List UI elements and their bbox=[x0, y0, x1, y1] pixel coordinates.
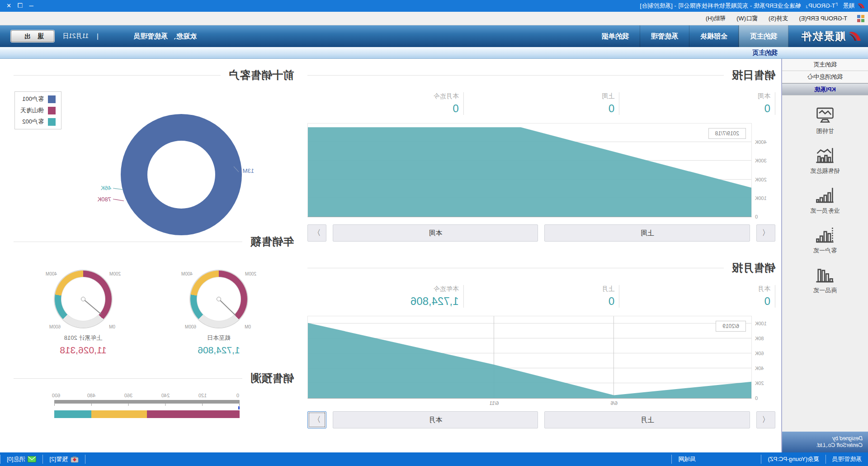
forecast-title: 销售预测 bbox=[14, 371, 294, 385]
close-button[interactable]: ✕ bbox=[6, 2, 11, 10]
customer-list-icon bbox=[815, 227, 835, 243]
annual-gauges: 0M 200M 400M 600M 截至本日 1,724,806 0M 200M… bbox=[14, 249, 294, 357]
y-axis-tick: 400K bbox=[755, 139, 775, 145]
status-user: 系统管理员 bbox=[826, 455, 868, 464]
shortcut-product-list[interactable]: 商品一览 bbox=[813, 266, 837, 295]
app-logo-icon bbox=[857, 2, 865, 10]
shortcut-customer-list[interactable]: 客户一览 bbox=[813, 227, 837, 255]
designed-by-banner: Designed by CenterSoft Co.,Ltd. bbox=[782, 432, 868, 452]
legend-item-foshan-haitian[interactable]: 佛山海天 bbox=[20, 106, 56, 114]
brand-swoosh-icon bbox=[848, 30, 862, 42]
this-month-button[interactable]: 本月 bbox=[333, 411, 538, 428]
top-customers-chart[interactable]: 客户001 佛山海天 客户002 1 bbox=[14, 82, 294, 232]
message-envelope-icon bbox=[28, 456, 36, 462]
chart-date-label: 2019/7/18 bbox=[708, 128, 746, 139]
menu-item-erp[interactable]: T-GROUP ERP(E) bbox=[793, 13, 853, 24]
y-axis-tick: 80K bbox=[755, 336, 775, 341]
sidebar-item-my-home[interactable]: 我的主页 bbox=[782, 59, 868, 71]
legend-item-customer001[interactable]: 客户001 bbox=[20, 95, 56, 103]
y-axis-tick: 40K bbox=[755, 366, 775, 371]
monthly-stats: 本月 0 上月 0 本年迄今 1,724,806 bbox=[307, 285, 775, 308]
maximize-button[interactable]: ❐ bbox=[18, 2, 23, 10]
status-messages[interactable]: 消息[0] bbox=[0, 455, 42, 464]
pie-legend: 客户001 佛山海天 客户002 bbox=[14, 91, 61, 129]
last-week-button[interactable]: 上周 bbox=[545, 224, 750, 242]
monthly-sales-area-chart[interactable]: 6/2019 020K40K60K80K100K bbox=[307, 316, 752, 399]
forecast-track bbox=[54, 400, 240, 404]
sidebar: 我的主页 我的消息中心 KPI系统 甘特图 bbox=[781, 59, 868, 452]
forecast-ticks: 0 120 240 360 480 600 bbox=[54, 393, 240, 400]
sales-reports-column: 销售日报 本周 0 上周 0 本月迄今 0 2019/7/18 bbox=[307, 68, 775, 428]
y-axis-tick: 200K bbox=[755, 177, 775, 182]
title-bar: 顺景 『T-GROUP』 畅速企业ERP系统 - 东莞顺景软件科技有限公司 - … bbox=[0, 0, 868, 12]
breadcrumb[interactable]: 我的主页 bbox=[752, 49, 778, 57]
shortcut-gantt-chart[interactable]: 甘特图 bbox=[815, 107, 835, 135]
status-bar: 系统管理员 夏杂(Young-PC:PZ) 局域网 预警[2] 消息[0] bbox=[0, 452, 868, 466]
monthly-next-button[interactable]: 〉 bbox=[307, 411, 326, 428]
menu-item-support[interactable]: 支持(S) bbox=[763, 13, 793, 24]
gauge-needle bbox=[218, 299, 236, 316]
sales-total-icon bbox=[815, 147, 835, 163]
monthly-prev-button[interactable]: 〈 bbox=[756, 411, 775, 428]
slice-label-13m: 13M bbox=[243, 167, 254, 174]
forecast-value-marker bbox=[238, 406, 240, 409]
page-tab-strip: 我的主页 bbox=[0, 47, 868, 59]
welcome-text: 欢迎您、 系统管理员 bbox=[134, 32, 197, 41]
shortcut-sales-total[interactable]: 销售额总览 bbox=[811, 147, 840, 175]
y-axis-tick: 100K bbox=[755, 195, 775, 201]
brand-name: 顺景软件 bbox=[800, 29, 845, 43]
daily-next-button[interactable]: 〉 bbox=[307, 224, 326, 242]
product-list-icon bbox=[815, 266, 835, 283]
this-week-button[interactable]: 本周 bbox=[333, 224, 538, 242]
daily-sales-area-chart[interactable]: 2019/7/18 0100K200K300K400K bbox=[307, 123, 752, 217]
y-axis-tick: 0 bbox=[755, 395, 775, 401]
stat-month-to-date: 本月迄今 0 bbox=[308, 92, 464, 115]
gauge-last-year[interactable]: 0M 200M 400M 600M 上年累计 2018 11,026,318 bbox=[55, 271, 112, 356]
stat-this-week: 本周 0 bbox=[619, 92, 775, 115]
nav-tab-my-documents[interactable]: 我的单据 bbox=[591, 25, 640, 47]
gauge-needle bbox=[83, 299, 101, 314]
status-alerts[interactable]: 预警[2] bbox=[42, 455, 85, 464]
exit-button[interactable]: 退 出 bbox=[11, 30, 54, 42]
shortcut-label: 销售额总览 bbox=[811, 167, 840, 175]
stat-year-to-date: 本年迄今 1,724,806 bbox=[308, 285, 464, 308]
daily-prev-button[interactable]: 〈 bbox=[756, 224, 775, 242]
forecast-segment bbox=[147, 410, 240, 418]
sidebar-item-kpi-system[interactable]: KPI系统 bbox=[782, 83, 868, 95]
salesperson-list-icon bbox=[815, 187, 835, 203]
top-customers-title: 前十销售客户 bbox=[14, 68, 294, 82]
menu-item-help[interactable]: 帮助(H) bbox=[700, 13, 731, 24]
sidebar-shortcuts: 甘特图 销售额总览 bbox=[782, 95, 868, 432]
y-axis-tick: 100K bbox=[755, 321, 775, 326]
dashboard-content: 销售日报 本周 0 上周 0 本月迄今 0 2019/7/18 bbox=[0, 59, 781, 452]
gauge-hub bbox=[81, 297, 85, 301]
menu-bar: T-GROUP ERP(E) 支持(S) 窗口(W) 帮助(H) bbox=[0, 12, 868, 25]
window-title: 顺景 『T-GROUP』 畅速企业ERP系统 - 东莞顺景软件科技有限公司 - … bbox=[33, 2, 854, 10]
nav-tab-all-modules[interactable]: 全部模块 bbox=[689, 25, 739, 47]
alert-kit-icon bbox=[71, 456, 79, 463]
menu-item-window[interactable]: 窗口(W) bbox=[731, 13, 763, 24]
nav-bar: 顺景软件 我的主页 全部模块 系统管理 我的单据 欢迎您、 系统管理员 | 11… bbox=[0, 25, 868, 47]
stat-last-week: 上周 0 bbox=[464, 92, 620, 115]
forecast-segment bbox=[54, 410, 91, 418]
brand-logo: 顺景软件 bbox=[788, 25, 868, 47]
stat-last-month: 上月 0 bbox=[464, 285, 620, 308]
legend-item-customer002[interactable]: 客户002 bbox=[20, 118, 56, 126]
gauge-to-date[interactable]: 0M 200M 400M 600M 截至本日 1,724,806 bbox=[190, 271, 247, 356]
forecast-gauge[interactable]: 0 120 240 360 480 600 bbox=[54, 393, 240, 418]
last-month-button[interactable]: 上月 bbox=[545, 411, 750, 428]
current-date: 11月21日 bbox=[62, 32, 89, 40]
minimize-button[interactable]: ─ bbox=[29, 2, 33, 10]
date-separator: | bbox=[97, 33, 99, 40]
nav-tab-my-home[interactable]: 我的主页 bbox=[739, 25, 788, 47]
monthly-report-title: 销售月报 bbox=[307, 261, 775, 275]
shortcut-label: 甘特图 bbox=[816, 127, 834, 135]
slice-label-46k: 46K bbox=[101, 185, 111, 191]
shortcut-salesperson-list[interactable]: 业务员一览 bbox=[811, 187, 840, 215]
x-axis-label: 6/6 bbox=[611, 400, 618, 406]
nav-tabs: 我的主页 全部模块 系统管理 我的单据 bbox=[591, 25, 788, 47]
sidebar-item-message-center[interactable]: 我的消息中心 bbox=[782, 71, 868, 83]
nav-tab-system-admin[interactable]: 系统管理 bbox=[640, 25, 689, 47]
gauge-ring: 0M 200M 400M 600M bbox=[190, 271, 247, 328]
slice-label-780k: 780K bbox=[98, 196, 111, 203]
